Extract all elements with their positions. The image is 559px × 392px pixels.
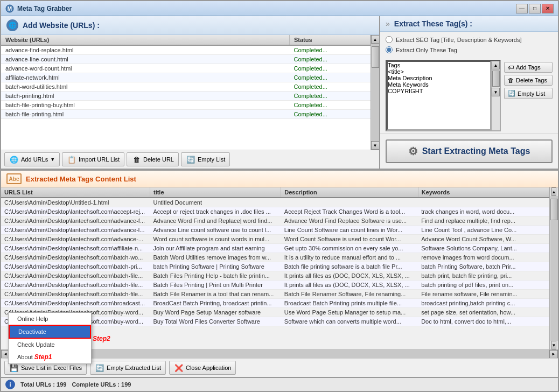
delete-url-button[interactable]: 🗑 Delete URL: [127, 152, 179, 166]
app-icon: M: [5, 4, 14, 13]
data-table-row[interactable]: C:\Users\Admin\Desktop\Untitled-1.html U…: [1, 198, 549, 207]
url-cell: batch-word-utilities.html: [1, 82, 290, 92]
url-table-row[interactable]: batch-printing.htmlCompleted...: [1, 92, 371, 101]
delete-tags-label: Delete Tags: [516, 77, 547, 83]
close-icon: ✕: [546, 5, 550, 11]
tags-section: Tags<title>Meta DescriptionMeta Keywords…: [380, 58, 558, 134]
tags-list-container[interactable]: Tags<title>Meta DescriptionMeta Keywords…: [387, 61, 491, 130]
add-tags-button[interactable]: 🏷 Add Tags: [504, 62, 553, 73]
tags-scroll-down[interactable]: ▼: [492, 88, 500, 96]
row-title: Batch File Renamer is a tool that can re…: [150, 290, 281, 299]
data-table-row[interactable]: C:\Users\Admin\Desktop\lantechsoft.com\b…: [1, 299, 549, 308]
h-scroll-right[interactable]: ►: [549, 350, 558, 359]
scroll-track[interactable]: [371, 44, 379, 141]
import-url-button[interactable]: 📋 Import URL List: [62, 152, 124, 166]
only-tag-radio[interactable]: [386, 46, 393, 53]
data-table-row[interactable]: C:\Users\Admin\Desktop\lantechsoft.com\a…: [1, 207, 549, 216]
tags-scroll-track[interactable]: [492, 71, 500, 87]
data-table-row[interactable]: C:\Users\Admin\Desktop\lantechsoft.com\a…: [1, 244, 549, 253]
url-panel-title: Add Website (URLs) :: [23, 21, 100, 30]
tag-item[interactable]: COPYRIGHT: [388, 88, 490, 94]
add-urls-button[interactable]: 🌐 Add URLs ▼: [4, 152, 60, 166]
url-table-row[interactable]: batch-file-printing.htmlCompleted...: [1, 110, 371, 119]
tags-scrollbar[interactable]: ▲ ▼: [491, 61, 500, 130]
info-icon[interactable]: i: [5, 380, 15, 389]
close-app-button[interactable]: ❌ Close Application: [169, 361, 236, 375]
seo-tag-option[interactable]: Extract SEO Tag [Title, Description & Ke…: [386, 36, 553, 43]
close-app-icon: ❌: [174, 363, 184, 373]
desc-col-header: Description: [281, 187, 418, 198]
empty-tags-button[interactable]: 🔄 Empty List: [504, 88, 553, 99]
row-title: BroadCast Batch Printing, broadcast prin…: [150, 299, 281, 308]
row-desc: Advance Word Find Replace Software is us…: [281, 216, 418, 226]
data-table-row[interactable]: C:\Users\Admin\Desktop\lantechsoft.com\a…: [1, 216, 549, 226]
row-title: Batch Files Printing Help - batch file p…: [150, 271, 281, 281]
url-table-row[interactable]: advance-find-replace.htmlCompleted...: [1, 45, 371, 55]
status-col-header: Status: [290, 35, 371, 45]
minimize-button[interactable]: —: [516, 4, 528, 13]
data-table-row[interactable]: C:\Users\Admin\Desktop\lantechsoft.com\b…: [1, 262, 549, 271]
row-kw: remove images from word docum...: [418, 253, 549, 262]
row-desc: Accept Reject Track Changes Word is a to…: [281, 207, 418, 216]
urls-col-header: URLS List: [1, 187, 150, 198]
empty-extracted-button[interactable]: 🔄 Empty Extracted List: [90, 361, 166, 375]
url-cell: batch-file-printing-buy.html: [1, 101, 290, 110]
window-controls: — □ ✕: [516, 4, 554, 13]
tag-item[interactable]: Tags: [388, 62, 490, 68]
url-table-row[interactable]: batch-file-printing-buy.htmlCompleted...: [1, 101, 371, 110]
context-online-help[interactable]: Online Help: [9, 313, 91, 325]
context-about[interactable]: About Step1: [9, 351, 91, 363]
close-button[interactable]: ✕: [542, 4, 554, 13]
url-table-row[interactable]: batch-word-utilities.htmlCompleted...: [1, 82, 371, 92]
row-title: Batch Files Printing | Print on Multi Pr…: [150, 281, 281, 290]
row-title: Buy Total Word Files Converter Software: [150, 317, 281, 326]
status-cell: Completed...: [290, 82, 371, 92]
status-cell: Completed...: [290, 101, 371, 110]
data-scroll-down[interactable]: ▼: [551, 341, 557, 349]
data-table-row[interactable]: C:\Users\Admin\Desktop\lantechsoft.com\a…: [1, 235, 549, 244]
context-check-update[interactable]: Check Update: [9, 339, 91, 351]
tag-item[interactable]: Meta Keywords: [388, 81, 490, 88]
maximize-button[interactable]: □: [529, 4, 541, 13]
start-extract-button[interactable]: ⚙ Start Extracting Meta Tags: [386, 139, 553, 163]
data-scroll-track[interactable]: [550, 196, 558, 341]
delete-tags-button[interactable]: 🗑 Delete Tags: [504, 75, 553, 86]
row-kw: batch Printing Software, batch Prir...: [418, 262, 549, 271]
context-deactivate[interactable]: Deactivate: [9, 325, 91, 339]
data-table-row[interactable]: C:\Users\Admin\Desktop\lantechsoft.com\b…: [1, 281, 549, 290]
abc-icon: Abc: [6, 173, 22, 184]
only-tag-option[interactable]: Extract Only These Tag: [386, 46, 553, 53]
tags-scroll-up[interactable]: ▲: [492, 61, 500, 69]
tags-list: Tags<title>Meta DescriptionMeta Keywords…: [388, 62, 490, 94]
row-url: C:\Users\Admin\Desktop\Untitled-1.html: [1, 198, 150, 207]
tag-item[interactable]: Meta Description: [388, 75, 490, 81]
data-scroll-thumb[interactable]: [550, 199, 558, 220]
url-table-row[interactable]: affiliate-network.htmlCompleted...: [1, 73, 371, 82]
seo-tag-radio[interactable]: [386, 36, 393, 43]
data-table-row[interactable]: C:\Users\Admin\Desktop\lantechsoft.com\b…: [1, 271, 549, 281]
globe-icon: 🌐: [6, 19, 18, 31]
url-col-header: Website (URLs): [1, 35, 290, 45]
url-table-row[interactable]: advance-line-count.htmlCompleted...: [1, 55, 371, 64]
scroll-thumb[interactable]: [372, 46, 379, 68]
tags-scroll-thumb[interactable]: [492, 71, 500, 87]
row-kw: Doc to html, convert doc to html,...: [418, 317, 549, 326]
url-scrollbar[interactable]: ▲ ▼: [371, 35, 379, 150]
delete-url-label: Delete URL: [143, 156, 174, 163]
tag-item[interactable]: <title>: [388, 68, 490, 75]
only-tag-label: Extract Only These Tag: [396, 47, 457, 53]
url-table-row[interactable]: advance-word-count.htmlCompleted...: [1, 64, 371, 73]
title-col-header: title: [150, 187, 281, 198]
data-table-row[interactable]: C:\Users\Admin\Desktop\lantechsoft.com\b…: [1, 290, 549, 299]
url-table-container[interactable]: Website (URLs) Status advance-find-repla…: [1, 35, 371, 150]
scroll-down-btn[interactable]: ▼: [371, 141, 380, 150]
empty-tags-icon: 🔄: [508, 90, 515, 97]
data-table-row[interactable]: C:\Users\Admin\Desktop\lantechsoft.com\a…: [1, 226, 549, 235]
data-scrollbar[interactable]: ▲ ▼: [549, 187, 558, 349]
data-table-row[interactable]: C:\Users\Admin\Desktop\lantechsoft.com\b…: [1, 253, 549, 262]
data-scroll-up[interactable]: ▲: [551, 187, 557, 196]
empty-list-button[interactable]: 🔄 Empty List: [181, 152, 230, 166]
scroll-up-btn[interactable]: ▲: [371, 35, 380, 44]
row-title: Buy Word Page Setup Manager software: [150, 308, 281, 317]
empty-extracted-icon: 🔄: [95, 363, 104, 373]
